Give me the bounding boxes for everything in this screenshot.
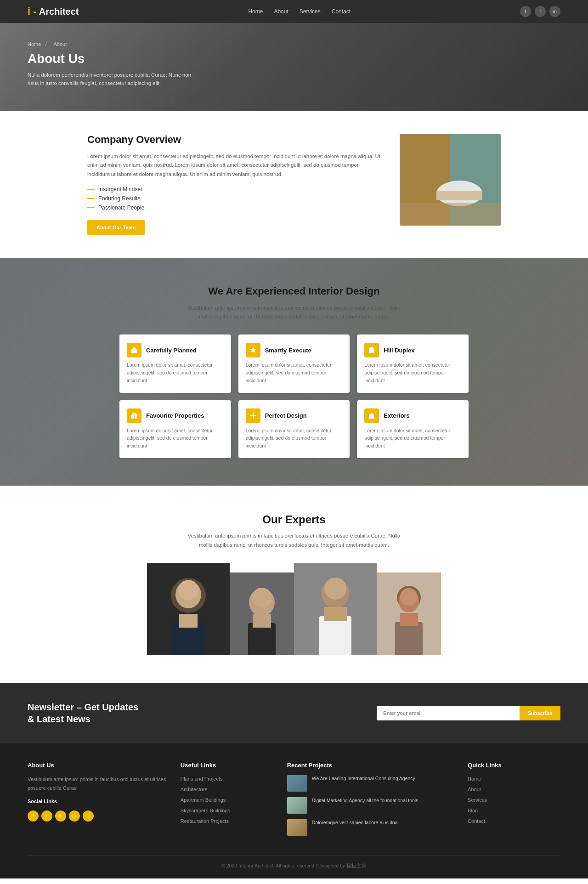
footer-col-useful: Useful Links Plans and Projects Architec… bbox=[181, 762, 273, 841]
card-4: Favourite Properties Lorem ipsum dolor s… bbox=[119, 400, 231, 458]
footer-quick-blog[interactable]: Blog bbox=[468, 808, 478, 813]
nav-contact[interactable]: Contact bbox=[332, 8, 351, 15]
card-3-text: Lorem ipsum dolor sit amet, consectetur … bbox=[364, 361, 461, 384]
social-twitter[interactable]: t bbox=[535, 6, 546, 17]
svg-rect-5 bbox=[400, 203, 501, 226]
feature-label-2: Enduring Results bbox=[98, 195, 140, 202]
footer-social-instagram[interactable]: in bbox=[55, 810, 66, 822]
footer-grid: About Us Vestibulum ante ipsum primis in… bbox=[28, 762, 560, 841]
footer-recent-title: Recent Projects bbox=[287, 762, 454, 769]
footer-link-skyscrapers[interactable]: Skyscrapers Buildings bbox=[181, 808, 230, 813]
footer-quick-home[interactable]: Home bbox=[468, 776, 481, 782]
svg-rect-23 bbox=[172, 623, 204, 655]
breadcrumb-home[interactable]: Home bbox=[28, 41, 41, 47]
card-5-text: Lorem ipsum dolor sit amet, consectetur … bbox=[246, 427, 343, 450]
rp-thumb-3 bbox=[287, 819, 307, 836]
footer-link-architecture[interactable]: Architecture bbox=[181, 787, 208, 792]
card-3-icon bbox=[364, 343, 379, 357]
footer-social-linkedin[interactable]: li bbox=[83, 810, 94, 822]
footer-link-1: Plans and Projects bbox=[181, 775, 273, 782]
svg-point-32 bbox=[324, 578, 346, 600]
nav-social: f t in bbox=[520, 6, 560, 17]
rp-item-1: We Are Leading International Consulting … bbox=[287, 775, 454, 792]
newsletter-section: Newsletter – Get Updates & Latest News S… bbox=[0, 683, 588, 743]
newsletter-form: Subscribe bbox=[377, 706, 560, 720]
experts-subtitle: Vestibulum ante ipsum primis in faucibus… bbox=[184, 532, 404, 550]
feature-list: Insurgent Mindset Enduring Results Passi… bbox=[87, 186, 381, 211]
footer-col-about: About Us Vestibulum ante ipsum primis in… bbox=[28, 762, 167, 841]
company-overview-image bbox=[400, 134, 501, 226]
brand-icon: i bbox=[28, 6, 30, 17]
dash-icon-1 bbox=[87, 189, 95, 190]
svg-rect-6 bbox=[131, 350, 137, 353]
card-6: Exteriors Lorem ipsum dolor sit amet, co… bbox=[357, 400, 469, 458]
card-6-text: Lorem ipsum dolor sit amet, consectetur … bbox=[364, 427, 461, 450]
card-5: Perfect Design Lorem ipsum dolor sit ame… bbox=[238, 400, 350, 458]
exp-subtitle: Vestibulum ante ipsum primis in faucibus… bbox=[184, 304, 404, 321]
card-4-icon bbox=[127, 408, 141, 423]
card-3: Hill Duplex Lorem ipsum dolor sit amet, … bbox=[357, 334, 469, 392]
svg-rect-34 bbox=[324, 607, 347, 621]
brand-dash: - bbox=[33, 6, 36, 17]
footer-social-twitter[interactable]: t bbox=[41, 810, 52, 822]
footer-link-apartment[interactable]: Apartment Buildings bbox=[181, 797, 226, 803]
footer-about-title: About Us bbox=[28, 762, 167, 769]
card-1-header: Carefully Planned bbox=[127, 343, 224, 357]
breadcrumb: Home / About bbox=[28, 41, 560, 47]
rp-thumb-1 bbox=[287, 775, 307, 792]
footer: About Us Vestibulum ante ipsum primis in… bbox=[0, 743, 588, 878]
dash-icon-2 bbox=[87, 198, 95, 199]
subscribe-button[interactable]: Subscribe bbox=[520, 706, 560, 720]
footer-social-gplus[interactable]: g+ bbox=[69, 810, 80, 822]
footer-quick-about[interactable]: About bbox=[468, 787, 481, 792]
footer-bottom: © 2020 Interior Architect. All rights re… bbox=[28, 855, 560, 869]
card-5-header: Perfect Design bbox=[246, 408, 343, 423]
card-2-title: Smartly Execute bbox=[265, 347, 311, 354]
svg-point-38 bbox=[400, 588, 418, 606]
social-facebook[interactable]: f bbox=[520, 6, 531, 17]
footer-quick-links: Home About Services Blog Contact bbox=[468, 775, 560, 824]
svg-rect-40 bbox=[400, 613, 418, 626]
feature-label-1: Insurgent Mindset bbox=[98, 186, 142, 193]
svg-rect-39 bbox=[395, 622, 423, 655]
navbar: i - Architect Home About Services Contac… bbox=[0, 0, 588, 23]
brand-logo[interactable]: i - Architect bbox=[28, 6, 79, 17]
svg-rect-13 bbox=[132, 413, 136, 416]
footer-social: f t in g+ li bbox=[28, 810, 167, 822]
cards-grid: Carefully Planned Lorem ipsum dolor sit … bbox=[119, 334, 469, 458]
footer-link-restauration[interactable]: Restauration Projects bbox=[181, 818, 229, 824]
nav-services[interactable]: Services bbox=[300, 8, 321, 15]
footer-quick-services[interactable]: Services bbox=[468, 797, 487, 803]
card-5-icon bbox=[246, 408, 260, 423]
footer-social-facebook[interactable]: f bbox=[28, 810, 39, 822]
card-1-title: Carefully Planned bbox=[146, 347, 197, 354]
card-1-icon bbox=[127, 343, 141, 357]
hero-banner: Home / About About Us Nulla dolorem perf… bbox=[0, 23, 588, 111]
footer-link-2: Architecture bbox=[181, 786, 273, 793]
about-team-button[interactable]: About Our Team bbox=[87, 220, 145, 235]
footer-social-label: Social Links bbox=[28, 799, 167, 804]
svg-point-27 bbox=[252, 588, 272, 608]
card-4-header: Favourite Properties bbox=[127, 408, 224, 423]
nav-about[interactable]: About bbox=[274, 8, 288, 15]
card-5-title: Perfect Design bbox=[265, 412, 307, 419]
card-3-header: Hill Duplex bbox=[364, 343, 461, 357]
experts-section: Our Experts Vestibulum ante ipsum primis… bbox=[0, 486, 588, 683]
social-instagram[interactable]: in bbox=[549, 6, 560, 17]
exp-heading: We Are Experienced Interior Design bbox=[28, 285, 560, 297]
newsletter-title: Newsletter – Get Updates & Latest News bbox=[28, 701, 147, 725]
expert-card-2 bbox=[230, 572, 294, 655]
footer-quick-contact[interactable]: Contact bbox=[468, 818, 485, 824]
breadcrumb-current: About bbox=[54, 41, 67, 47]
nav-home[interactable]: Home bbox=[248, 8, 263, 15]
experts-heading: Our Experts bbox=[28, 513, 560, 526]
hero-title: About Us bbox=[28, 51, 560, 66]
newsletter-email-input[interactable] bbox=[377, 706, 520, 720]
rp-title-2: Digital Marketing Agency all the foundat… bbox=[312, 797, 418, 804]
footer-link-plans[interactable]: Plans and Projects bbox=[181, 776, 223, 782]
footer-about-text: Vestibulum ante ipsum primis in faucibus… bbox=[28, 775, 167, 792]
feature-label-3: Passionate People bbox=[98, 204, 144, 211]
card-6-header: Exteriors bbox=[364, 408, 461, 423]
co-text: Lorem ipsum dolor sit amet, consectetur … bbox=[87, 152, 381, 179]
svg-rect-4 bbox=[436, 191, 482, 200]
